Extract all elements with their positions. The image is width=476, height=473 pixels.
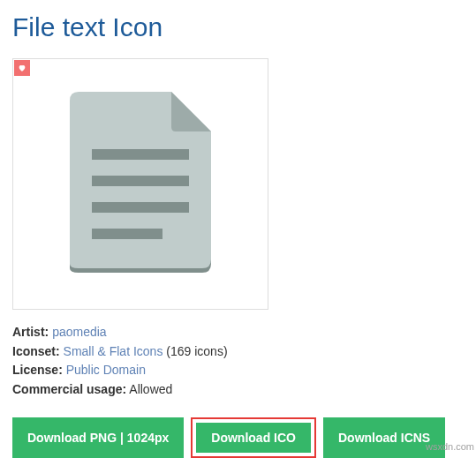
highlighted-button-box: Download ICO [191,417,316,458]
iconset-count: (169 icons) [166,344,227,358]
meta-info: Artist: paomedia Iconset: Small & Flat I… [12,323,464,400]
watermark: wsxdn.com [426,441,474,452]
iconset-link[interactable]: Small & Flat Icons [64,344,163,358]
heart-icon[interactable] [14,60,30,76]
license-label: License: [12,363,63,377]
license-link[interactable]: Public Domain [66,363,146,377]
download-png-button[interactable]: Download PNG | 1024px [12,417,184,458]
file-text-icon [52,87,229,282]
page-title: File text Icon [12,12,464,42]
svg-rect-2 [92,202,189,213]
download-ico-button[interactable]: Download ICO [196,423,311,453]
svg-rect-0 [92,149,189,160]
iconset-label: Iconset: [12,344,60,358]
download-row: Download PNG | 1024px Download ICO Downl… [12,417,464,458]
commercial-label: Commercial usage: [12,382,126,396]
artist-label: Artist: [12,325,49,339]
commercial-value: Allowed [129,382,172,396]
svg-rect-1 [92,176,189,186]
artist-link[interactable]: paomedia [52,325,107,339]
svg-rect-3 [92,229,162,239]
icon-preview-box [12,58,268,310]
